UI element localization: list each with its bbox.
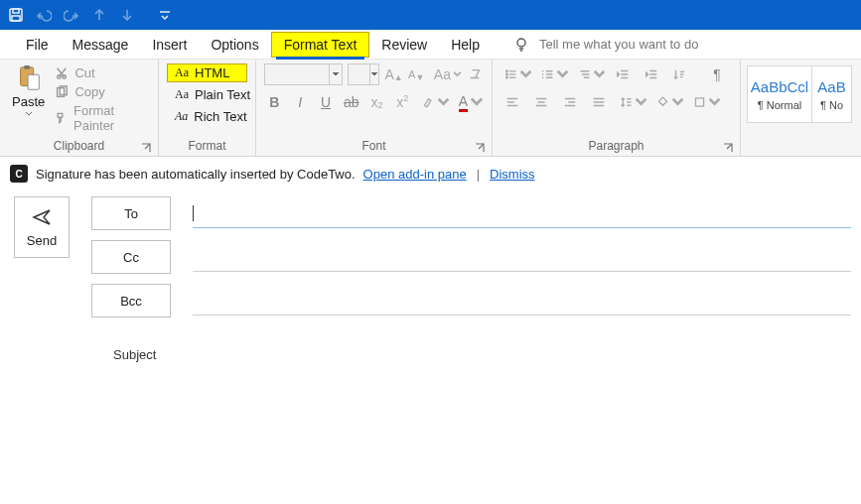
format-plain-button[interactable]: AaPlain Text	[167, 85, 247, 104]
line-spacing-button[interactable]	[616, 91, 647, 113]
underline-button[interactable]: U	[316, 91, 337, 113]
italic-button[interactable]: I	[290, 91, 311, 113]
cc-button[interactable]: Cc	[91, 240, 171, 274]
dialog-launcher-icon[interactable]	[140, 142, 152, 154]
subject-field[interactable]	[215, 339, 851, 369]
svg-rect-1	[13, 9, 19, 13]
show-marks-button[interactable]: ¶	[705, 63, 729, 85]
tab-help[interactable]: Help	[439, 33, 492, 57]
chevron-down-icon[interactable]	[369, 64, 379, 84]
numbering-button[interactable]	[537, 63, 569, 85]
send-icon	[32, 207, 52, 227]
highlight-button[interactable]	[418, 91, 450, 113]
font-name-input[interactable]	[265, 64, 329, 84]
undo-icon[interactable]	[34, 5, 54, 25]
borders-button[interactable]	[689, 91, 721, 113]
save-icon[interactable]	[6, 5, 26, 25]
format-html-button[interactable]: AaHTML	[167, 63, 247, 82]
svg-rect-6	[28, 74, 39, 89]
font-color-button[interactable]: A	[455, 91, 484, 113]
tab-insert[interactable]: Insert	[140, 33, 199, 57]
paste-icon	[14, 63, 44, 93]
cut-label: Cut	[74, 65, 94, 80]
align-right-button[interactable]	[558, 91, 582, 113]
copy-label: Copy	[74, 84, 104, 99]
to-button[interactable]: To	[91, 196, 171, 230]
bcc-button[interactable]: Bcc	[91, 284, 171, 317]
strike-button[interactable]: ab	[341, 91, 361, 113]
svg-point-12	[506, 73, 508, 75]
group-format: AaHTML AaPlain Text AaRich Text Format	[159, 60, 256, 156]
tell-me-search[interactable]: Tell me what you want to do	[513, 37, 698, 53]
group-paragraph: ¶ Paragraph	[493, 60, 741, 156]
shading-button[interactable]	[652, 91, 684, 113]
style-normal[interactable]: AaBbCcl ¶ Normal	[747, 65, 812, 123]
font-size-combo[interactable]	[348, 63, 379, 85]
send-button[interactable]: Send	[14, 196, 70, 258]
chevron-down-icon[interactable]	[329, 64, 342, 84]
paste-label: Paste	[12, 94, 45, 109]
open-addin-link[interactable]: Open add-in pane	[363, 167, 467, 182]
arrow-down-icon[interactable]	[117, 5, 137, 25]
tell-me-placeholder: Tell me what you want to do	[539, 37, 698, 52]
format-painter-button[interactable]: Format Painter	[55, 103, 150, 133]
menu-bar: File Message Insert Options Format Text …	[0, 30, 861, 60]
tab-review[interactable]: Review	[369, 33, 439, 57]
chevron-down-icon	[25, 110, 33, 118]
group-font: A▲ A▼ Aa B I U ab x2 x2 A Font	[256, 60, 493, 156]
tab-message[interactable]: Message	[61, 33, 141, 57]
format-rich-button[interactable]: AaRich Text	[167, 107, 247, 126]
quick-access-toolbar	[0, 0, 861, 30]
group-label-format: Format	[167, 137, 247, 156]
copy-button[interactable]: Copy	[55, 84, 150, 99]
align-left-button[interactable]	[501, 91, 524, 113]
multilevel-button[interactable]	[574, 63, 606, 85]
group-clipboard: Paste Cut Copy Format Painter Clipboard	[0, 60, 159, 156]
clear-format-button[interactable]	[467, 63, 484, 85]
outdent-button[interactable]	[611, 63, 635, 85]
cc-field[interactable]	[193, 242, 851, 272]
indent-button[interactable]	[640, 63, 663, 85]
justify-button[interactable]	[587, 91, 611, 113]
group-styles: AaBbCcl ¶ Normal AaB ¶ No	[741, 60, 858, 156]
tab-file[interactable]: File	[14, 33, 61, 57]
to-field[interactable]	[193, 198, 851, 228]
svg-rect-5	[24, 65, 30, 69]
group-label-font: Font	[264, 137, 484, 156]
bcc-field[interactable]	[193, 286, 851, 315]
align-center-button[interactable]	[529, 91, 553, 113]
cut-button[interactable]: Cut	[55, 65, 150, 80]
paste-button[interactable]: Paste	[8, 63, 49, 133]
arrow-up-icon[interactable]	[89, 5, 109, 25]
bullets-button[interactable]	[501, 63, 532, 85]
svg-point-11	[506, 70, 508, 72]
send-label: Send	[27, 233, 57, 248]
group-label-paragraph: Paragraph	[501, 137, 732, 156]
redo-icon[interactable]	[62, 5, 81, 25]
tab-options[interactable]: Options	[199, 33, 270, 57]
superscript-button[interactable]: x2	[392, 91, 413, 113]
tab-format-text[interactable]: Format Text	[271, 32, 370, 58]
sort-button[interactable]	[668, 63, 700, 85]
format-painter-label: Format Painter	[73, 103, 150, 133]
ribbon: Paste Cut Copy Format Painter Clipboard …	[0, 60, 861, 157]
dialog-launcher-icon[interactable]	[722, 142, 734, 154]
svg-rect-2	[12, 16, 20, 21]
notification-text: Signature has been automatically inserte…	[36, 167, 356, 182]
font-name-combo[interactable]	[264, 63, 343, 85]
change-case-button[interactable]: Aa	[430, 63, 462, 85]
compose-area: Send To Cc Bcc Subject	[0, 190, 861, 369]
dismiss-link[interactable]: Dismiss	[490, 167, 535, 182]
text-cursor	[193, 205, 194, 221]
svg-point-13	[506, 76, 508, 78]
subscript-button[interactable]: x2	[366, 91, 387, 113]
customize-toolbar-icon[interactable]	[155, 5, 175, 25]
bold-button[interactable]: B	[264, 91, 285, 113]
codetwo-icon: C	[10, 165, 28, 183]
dialog-launcher-icon[interactable]	[474, 142, 486, 154]
svg-rect-14	[695, 98, 703, 106]
style-nospacing[interactable]: AaB ¶ No	[812, 65, 852, 123]
font-size-input[interactable]	[349, 64, 369, 84]
grow-font-button[interactable]: A▲	[384, 63, 402, 85]
shrink-font-button[interactable]: A▼	[408, 63, 425, 85]
